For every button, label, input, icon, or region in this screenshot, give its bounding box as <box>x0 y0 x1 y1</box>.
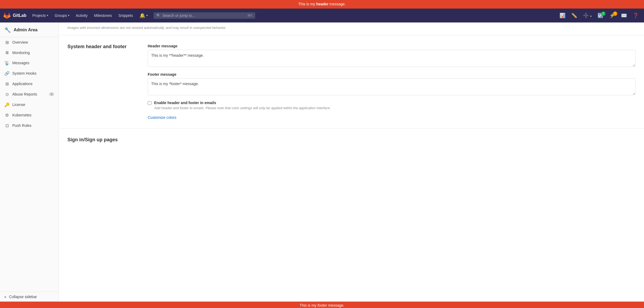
navbar: GitLab Projects ▾ Groups ▾ Activity Mile… <box>0 9 644 22</box>
footer-message-textarea[interactable]: This is my *footer* message. <box>148 78 635 95</box>
content-area: Images with incorrect dimensions are not… <box>59 22 644 302</box>
kubernetes-icon: ⚙ <box>4 113 10 118</box>
brand-text: GitLab <box>13 13 26 18</box>
nav-milestones[interactable]: Milestones <box>92 12 115 19</box>
sidebar-item-messages[interactable]: 📡 Messages <box>0 58 59 68</box>
announcement-text: This is my header message. <box>298 2 346 6</box>
sidebar-collapse-button[interactable]: « Collapse sidebar <box>0 292 59 302</box>
nav-code-icon[interactable]: ✏️ <box>569 12 579 20</box>
header-message-textarea[interactable]: This is my **header** message. <box>148 50 635 67</box>
sidebar-header: 🔧 Admin Area <box>0 22 59 37</box>
nav-todo-icon[interactable]: ☑️ 5 <box>595 12 605 20</box>
sidebar-item-label: Kubernetes <box>12 113 32 117</box>
info-text: Images with incorrect dimensions are not… <box>59 22 644 35</box>
applications-icon: ⊞ <box>4 81 10 86</box>
search-kbd-icon: ⌘K <box>247 14 253 17</box>
mr-badge: 7 <box>613 12 617 16</box>
footer-message-group: Footer message This is my *footer* messa… <box>148 72 635 95</box>
enable-emails-label[interactable]: Enable header and footer in emails <box>154 101 216 105</box>
sidebar-item-label: Overview <box>12 40 28 44</box>
sidebar-item-label: Messages <box>12 61 29 65</box>
nav-snippets[interactable]: Snippets <box>116 12 135 19</box>
todo-badge: 5 <box>601 12 605 16</box>
nav-groups[interactable]: Groups ▾ <box>52 12 72 19</box>
sign-in-section: Sign in/Sign up pages <box>59 128 644 151</box>
overview-icon: ⊞ <box>4 40 10 45</box>
header-message-label: Header message <box>148 44 635 48</box>
sidebar-item-system-hooks[interactable]: 🔗 System Hooks <box>0 68 59 79</box>
sidebar-item-abuse-reports[interactable]: ⊙ Abuse Reports 0 <box>0 89 59 100</box>
sidebar-item-label: Abuse Reports <box>12 92 37 96</box>
system-hooks-icon: 🔗 <box>4 71 10 76</box>
enable-emails-group: Enable header and footer in emails Add h… <box>148 101 635 110</box>
sidebar-item-kubernetes[interactable]: ⚙ Kubernetes <box>0 110 59 120</box>
customize-colors-link[interactable]: Customize colors <box>148 115 635 120</box>
collapse-icon: « <box>4 295 6 299</box>
nav-notifications[interactable]: 🔔 ▾ <box>137 11 150 20</box>
wrench-icon: 🔧 <box>4 27 11 33</box>
nav-help-icon[interactable]: ❓ <box>631 12 641 20</box>
sidebar-item-license[interactable]: 🔑 License <box>0 100 59 110</box>
sidebar-collapse-label: Collapse sidebar <box>9 295 37 299</box>
search-input[interactable] <box>162 13 246 18</box>
sidebar: 🔧 Admin Area ⊞ Overview 🖥 Monitoring 📡 M… <box>0 22 59 302</box>
nav-projects[interactable]: Projects ▾ <box>30 12 51 19</box>
search-bar[interactable]: 🔍 ⌘K <box>154 12 255 19</box>
search-icon: 🔍 <box>156 13 161 18</box>
sidebar-item-label: System Hooks <box>12 71 36 75</box>
nav-icons: 📊 ✏️ ➕ ▾ ☑️ 5 ⚡ 7 ✉️ ❓ <box>557 12 641 20</box>
footer-bar-text: This is my footer message. <box>300 303 344 307</box>
nav-chart-icon[interactable]: 📊 <box>557 12 567 20</box>
enable-emails-row: Enable header and footer in emails <box>148 101 635 105</box>
messages-icon: 📡 <box>4 60 10 66</box>
section-title: System header and footer <box>67 44 137 50</box>
announcement-bar: This is my header message. <box>0 0 644 9</box>
sidebar-item-applications[interactable]: ⊞ Applications <box>0 79 59 89</box>
sidebar-item-label: Applications <box>12 82 33 86</box>
abuse-reports-badge: 0 <box>49 92 54 96</box>
footer-message-label: Footer message <box>148 72 635 77</box>
abuse-reports-icon: ⊙ <box>4 92 10 97</box>
nav-merge-requests-icon[interactable]: ⚡ 7 <box>607 12 617 20</box>
sidebar-item-monitoring[interactable]: 🖥 Monitoring <box>0 48 59 58</box>
header-message-group: Header message This is my **header** mes… <box>148 44 635 67</box>
sidebar-item-label: Push Rules <box>12 123 32 128</box>
nav-plus-icon[interactable]: ➕ ▾ <box>581 12 594 20</box>
section-fields: Header message This is my **header** mes… <box>148 44 635 120</box>
nav-activity[interactable]: Activity <box>73 12 90 19</box>
sidebar-item-label: Monitoring <box>12 51 30 55</box>
system-header-footer-section: System header and footer Header message … <box>59 35 644 128</box>
enable-emails-description: Add header and footer to emails. Please … <box>154 106 635 110</box>
enable-emails-checkbox[interactable] <box>148 101 151 105</box>
section-label: System header and footer <box>67 44 137 120</box>
sidebar-item-label: License <box>12 102 25 107</box>
license-icon: 🔑 <box>4 102 10 107</box>
sidebar-title: Admin Area <box>14 28 37 32</box>
brand-logo[interactable]: GitLab <box>3 12 26 19</box>
sidebar-item-push-rules[interactable]: ⊡ Push Rules <box>0 120 59 131</box>
sign-in-section-title: Sign in/Sign up pages <box>67 137 635 143</box>
footer-bar: This is my footer message. <box>0 302 644 308</box>
push-rules-icon: ⊡ <box>4 123 10 128</box>
main-layout: 🔧 Admin Area ⊞ Overview 🖥 Monitoring 📡 M… <box>0 22 644 302</box>
nav-issues-icon[interactable]: ✉️ <box>619 12 629 20</box>
monitoring-icon: 🖥 <box>4 50 10 55</box>
sidebar-item-overview[interactable]: ⊞ Overview <box>0 37 59 48</box>
